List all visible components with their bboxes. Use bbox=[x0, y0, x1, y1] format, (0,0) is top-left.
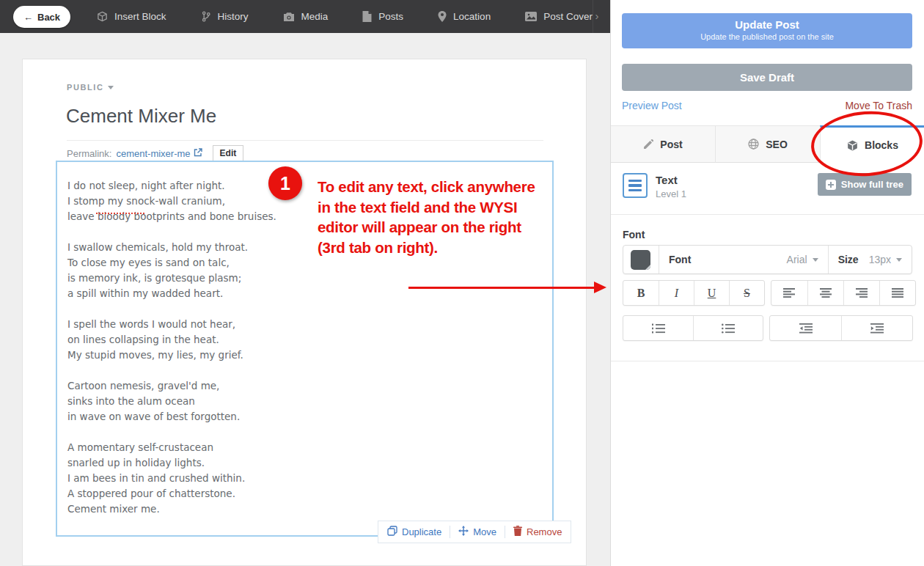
document-icon bbox=[362, 11, 372, 22]
update-post-subtitle: Update the published post on the site bbox=[622, 32, 912, 41]
annotation-step-badge: 1 bbox=[268, 166, 302, 200]
font-color-swatch[interactable] bbox=[631, 250, 650, 270]
pin-icon bbox=[438, 11, 447, 22]
post-editor-card: PUBLIC Cement Mixer Me Permalink: cement… bbox=[22, 59, 587, 566]
move-button[interactable]: Move bbox=[458, 526, 496, 538]
permalink-slug: cement-mixer-me bbox=[116, 148, 190, 159]
edit-permalink-button[interactable]: Edit bbox=[213, 145, 244, 162]
italic-button[interactable]: I bbox=[659, 281, 694, 305]
page-title[interactable]: Cement Mixer Me bbox=[66, 105, 216, 128]
annotation-note: To edit any text, click anywhere in the … bbox=[318, 177, 579, 257]
show-full-tree-label: Show full tree bbox=[841, 179, 903, 190]
spellcheck-underline bbox=[96, 211, 144, 214]
plus-icon bbox=[826, 180, 836, 190]
align-center-button[interactable] bbox=[807, 281, 843, 305]
back-arrow-icon: ← bbox=[23, 12, 33, 23]
globe-icon bbox=[748, 139, 759, 150]
ordered-list-icon bbox=[652, 323, 665, 334]
tab-post[interactable]: Post bbox=[611, 125, 715, 163]
back-button[interactable]: ← Back bbox=[13, 6, 70, 28]
font-family-select[interactable]: Arial bbox=[787, 254, 828, 265]
action-separator bbox=[450, 526, 450, 538]
permalink-link[interactable]: cement-mixer-me bbox=[116, 148, 202, 159]
outdent-button[interactable] bbox=[770, 316, 841, 340]
toolbar-menu: Insert Block History Media Posts Locatio… bbox=[97, 0, 593, 33]
caret-down-icon bbox=[813, 258, 818, 262]
indent-icon bbox=[870, 323, 884, 334]
remove-button[interactable]: Remove bbox=[513, 526, 562, 538]
move-label: Move bbox=[473, 526, 496, 537]
caret-down-icon bbox=[108, 86, 114, 89]
pencil-icon bbox=[643, 139, 653, 150]
toolbar-item-post-cover[interactable]: Post Cover bbox=[525, 11, 593, 22]
action-separator bbox=[505, 526, 505, 538]
duplicate-icon bbox=[387, 526, 397, 538]
list-buttons-row bbox=[623, 315, 913, 341]
strikethrough-button[interactable]: S bbox=[729, 281, 764, 305]
move-icon bbox=[458, 526, 469, 538]
block-tree-item-name[interactable]: Text bbox=[656, 174, 678, 186]
branch-icon bbox=[201, 11, 211, 22]
permalink-label: Permalink: bbox=[67, 148, 111, 159]
sidebar-tabs: Post SEO Blocks bbox=[611, 125, 924, 163]
block-drag-handle[interactable] bbox=[623, 173, 648, 198]
toolbar-item-label: Location bbox=[453, 11, 491, 22]
duplicate-button[interactable]: Duplicate bbox=[387, 526, 441, 538]
toolbar-item-label: Insert Block bbox=[114, 11, 166, 22]
caret-down-icon bbox=[896, 258, 902, 262]
format-buttons-row: B I U S bbox=[623, 280, 916, 306]
camera-icon bbox=[283, 12, 295, 22]
move-to-trash-link[interactable]: Move To Trash bbox=[845, 100, 912, 111]
indent-button[interactable] bbox=[841, 316, 912, 340]
underline-button[interactable]: U bbox=[694, 281, 729, 305]
chevron-right-icon[interactable]: › bbox=[590, 10, 604, 22]
image-icon bbox=[525, 12, 537, 21]
permalink-row: Permalink: cement-mixer-me Edit bbox=[67, 145, 243, 161]
toolbar-item-label: Posts bbox=[378, 11, 403, 22]
tab-blocks[interactable]: Blocks bbox=[820, 125, 924, 163]
toolbar-item-posts[interactable]: Posts bbox=[362, 11, 403, 22]
visibility-dropdown[interactable]: PUBLIC bbox=[67, 83, 114, 92]
align-center-icon bbox=[820, 288, 832, 298]
justify-button[interactable] bbox=[879, 281, 915, 305]
toolbar-item-insert-block[interactable]: Insert Block bbox=[97, 11, 166, 22]
save-draft-button[interactable]: Save Draft bbox=[622, 64, 912, 91]
cube-icon bbox=[847, 140, 858, 151]
text-style-group: B I U S bbox=[623, 280, 765, 306]
unordered-list-button[interactable] bbox=[693, 316, 763, 340]
ordered-list-button[interactable] bbox=[623, 316, 693, 340]
tab-label: Blocks bbox=[865, 139, 898, 151]
back-button-label: Back bbox=[37, 12, 60, 23]
align-left-icon bbox=[783, 288, 796, 298]
strikethrough-icon: S bbox=[744, 287, 750, 300]
preview-post-link[interactable]: Preview Post bbox=[622, 100, 682, 111]
divider bbox=[659, 246, 659, 273]
align-right-button[interactable] bbox=[843, 281, 879, 305]
font-size-label: Size bbox=[838, 254, 859, 265]
tab-label: SEO bbox=[766, 139, 788, 150]
show-full-tree-button[interactable]: Show full tree bbox=[818, 173, 912, 196]
toolbar-item-history[interactable]: History bbox=[201, 11, 249, 22]
alignment-group bbox=[771, 280, 916, 306]
duplicate-label: Duplicate bbox=[402, 526, 441, 537]
trash-icon bbox=[513, 526, 522, 538]
bold-button[interactable]: B bbox=[623, 281, 659, 305]
divider bbox=[611, 214, 924, 215]
bold-icon: B bbox=[637, 287, 645, 300]
toolbar-item-location[interactable]: Location bbox=[438, 11, 491, 22]
align-right-icon bbox=[856, 288, 868, 298]
hamburger-icon bbox=[628, 180, 642, 183]
visibility-label: PUBLIC bbox=[67, 83, 104, 92]
toolbar-item-label: History bbox=[218, 11, 249, 22]
font-label: Font bbox=[669, 254, 691, 265]
unordered-list-icon bbox=[722, 323, 735, 334]
tab-seo[interactable]: SEO bbox=[715, 125, 820, 163]
divider bbox=[611, 361, 924, 361]
update-post-button[interactable]: Update Post Update the published post on… bbox=[622, 13, 912, 48]
align-left-button[interactable] bbox=[771, 281, 807, 305]
font-size-select[interactable]: 13px bbox=[869, 254, 912, 265]
font-size-value: 13px bbox=[869, 254, 891, 265]
toolbar-item-media[interactable]: Media bbox=[283, 11, 329, 22]
font-settings-row: Font Arial Size 13px bbox=[623, 245, 912, 274]
indent-group bbox=[769, 315, 913, 341]
